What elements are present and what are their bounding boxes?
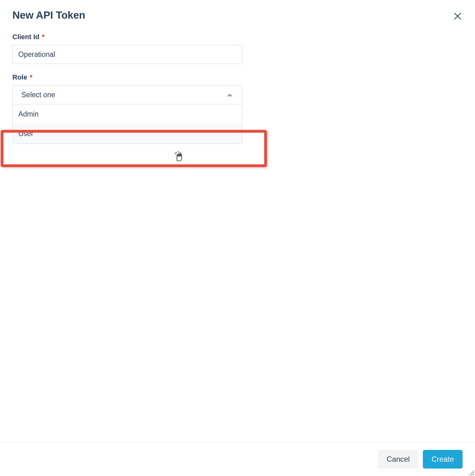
svg-line-4 bbox=[473, 474, 474, 475]
cancel-button[interactable]: Cancel bbox=[378, 450, 418, 469]
client-id-label: Client Id * bbox=[12, 33, 44, 41]
role-group: Role * Select one Admin User bbox=[12, 73, 242, 104]
role-option-user[interactable]: User bbox=[13, 124, 242, 144]
role-select-display[interactable]: Select one bbox=[12, 85, 242, 104]
client-id-label-text: Client Id bbox=[12, 33, 39, 41]
new-api-token-modal: New API Token Client Id * Role * Select … bbox=[0, 0, 475, 476]
role-select[interactable]: Select one Admin User bbox=[12, 85, 242, 104]
modal-footer: Cancel Create bbox=[0, 442, 475, 476]
close-button[interactable] bbox=[453, 11, 463, 21]
required-asterisk: * bbox=[42, 33, 45, 41]
caret-up-icon bbox=[227, 94, 233, 96]
create-button[interactable]: Create bbox=[423, 450, 463, 469]
close-icon bbox=[453, 12, 462, 21]
required-asterisk: * bbox=[30, 73, 33, 81]
role-dropdown: Admin User bbox=[12, 104, 242, 144]
role-option-admin[interactable]: Admin bbox=[13, 104, 242, 124]
role-label-text: Role bbox=[12, 73, 27, 81]
role-label: Role * bbox=[12, 73, 32, 81]
resize-handle-icon[interactable] bbox=[468, 469, 474, 475]
modal-title: New API Token bbox=[12, 9, 463, 21]
cursor-pointer-icon bbox=[174, 151, 183, 163]
role-select-placeholder: Select one bbox=[21, 91, 55, 99]
client-id-group: Client Id * bbox=[12, 33, 242, 64]
client-id-input[interactable] bbox=[12, 45, 242, 64]
